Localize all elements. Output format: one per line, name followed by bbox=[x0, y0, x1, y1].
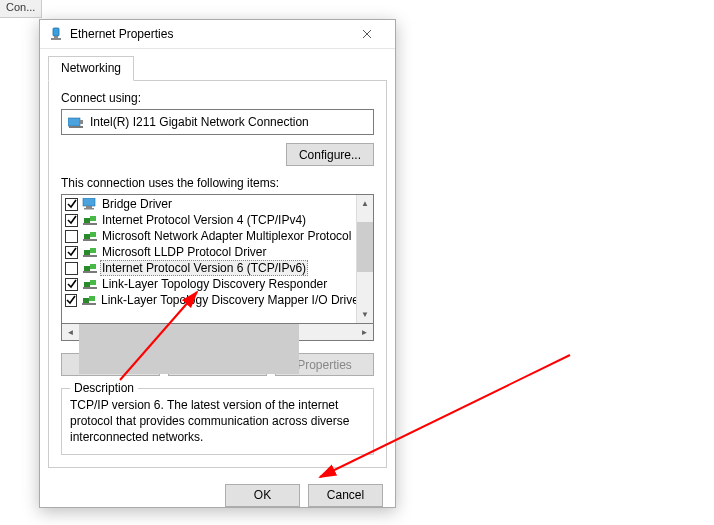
list-item[interactable]: Link-Layer Topology Discovery Responder bbox=[63, 276, 355, 292]
tabstrip: Networking bbox=[40, 49, 395, 80]
monitor-icon bbox=[82, 198, 98, 210]
svg-rect-12 bbox=[84, 234, 90, 239]
description-label: Description bbox=[70, 381, 138, 395]
svg-rect-11 bbox=[83, 223, 97, 225]
hscroll-thumb[interactable] bbox=[79, 324, 299, 374]
list-item[interactable]: Internet Protocol Version 6 (TCP/IPv6) bbox=[63, 260, 355, 276]
svg-rect-18 bbox=[84, 266, 90, 271]
description-text: TCP/IP version 6. The latest version of … bbox=[70, 397, 365, 446]
list-item-label: Microsoft LLDP Protocol Driver bbox=[102, 245, 267, 259]
svg-rect-10 bbox=[90, 216, 96, 221]
background-window-tab: Con... bbox=[0, 0, 42, 18]
checkbox[interactable] bbox=[65, 278, 78, 291]
list-item[interactable]: Internet Protocol Version 4 (TCP/IPv4) bbox=[63, 212, 355, 228]
network-protocol-icon bbox=[81, 294, 97, 306]
list-item[interactable]: Link-Layer Topology Discovery Mapper I/O… bbox=[63, 292, 355, 308]
svg-rect-23 bbox=[83, 287, 97, 289]
list-item-label: Internet Protocol Version 4 (TCP/IPv4) bbox=[102, 213, 306, 227]
network-protocol-icon bbox=[82, 230, 98, 242]
list-item-label: Bridge Driver bbox=[102, 197, 172, 211]
checkbox[interactable] bbox=[65, 198, 78, 211]
checkbox[interactable] bbox=[65, 262, 78, 275]
network-protocol-icon bbox=[82, 278, 98, 290]
svg-rect-15 bbox=[84, 250, 90, 255]
horizontal-scrollbar[interactable]: ◄ ► bbox=[61, 324, 374, 341]
vertical-scrollbar[interactable]: ▲ ▼ bbox=[356, 195, 373, 323]
svg-rect-24 bbox=[83, 298, 89, 303]
nic-icon bbox=[68, 114, 84, 130]
svg-rect-7 bbox=[86, 206, 92, 208]
svg-rect-8 bbox=[84, 208, 94, 210]
checkbox[interactable] bbox=[65, 294, 77, 307]
checkbox[interactable] bbox=[65, 214, 78, 227]
scroll-thumb[interactable] bbox=[357, 222, 373, 272]
tab-networking[interactable]: Networking bbox=[48, 56, 134, 81]
adapter-box: Intel(R) I211 Gigabit Network Connection bbox=[61, 109, 374, 135]
list-item[interactable]: Bridge Driver bbox=[63, 196, 355, 212]
titlebar: Ethernet Properties bbox=[40, 20, 395, 49]
dialog-title: Ethernet Properties bbox=[70, 27, 347, 41]
cancel-button[interactable]: Cancel bbox=[308, 484, 383, 507]
list-item[interactable]: Microsoft LLDP Protocol Driver bbox=[63, 244, 355, 260]
svg-rect-9 bbox=[84, 218, 90, 223]
svg-rect-6 bbox=[83, 198, 95, 206]
scroll-down-button[interactable]: ▼ bbox=[357, 306, 373, 323]
description-group: Description TCP/IP version 6. The latest… bbox=[61, 388, 374, 455]
list-item[interactable]: Microsoft Network Adapter Multiplexor Pr… bbox=[63, 228, 355, 244]
svg-rect-17 bbox=[83, 255, 97, 257]
items-listbox[interactable]: Bridge DriverInternet Protocol Version 4… bbox=[61, 194, 374, 324]
svg-rect-21 bbox=[84, 282, 90, 287]
svg-rect-1 bbox=[54, 36, 58, 38]
checkbox[interactable] bbox=[65, 246, 78, 259]
svg-rect-16 bbox=[90, 248, 96, 253]
tab-panel: Connect using: Intel(R) I211 Gigabit Net… bbox=[48, 80, 387, 468]
svg-rect-25 bbox=[89, 296, 95, 301]
svg-rect-19 bbox=[90, 264, 96, 269]
configure-button[interactable]: Configure... bbox=[286, 143, 374, 166]
svg-rect-4 bbox=[80, 120, 83, 124]
scroll-left-button[interactable]: ◄ bbox=[62, 324, 79, 340]
hscroll-track[interactable] bbox=[79, 324, 356, 340]
svg-rect-5 bbox=[69, 126, 83, 128]
svg-rect-26 bbox=[82, 303, 96, 305]
scroll-up-button[interactable]: ▲ bbox=[357, 195, 373, 212]
list-item-label: Link-Layer Topology Discovery Mapper I/O… bbox=[101, 293, 356, 307]
close-button[interactable] bbox=[347, 20, 387, 48]
scroll-right-button[interactable]: ► bbox=[356, 324, 373, 340]
ok-button[interactable]: OK bbox=[225, 484, 300, 507]
list-item-label: Internet Protocol Version 6 (TCP/IPv6) bbox=[100, 260, 308, 276]
adapter-name: Intel(R) I211 Gigabit Network Connection bbox=[90, 115, 309, 129]
svg-rect-20 bbox=[83, 271, 97, 273]
connect-using-label: Connect using: bbox=[61, 91, 374, 105]
items-label: This connection uses the following items… bbox=[61, 176, 374, 190]
svg-rect-14 bbox=[83, 239, 97, 241]
list-item-label: Microsoft Network Adapter Multiplexor Pr… bbox=[102, 229, 351, 243]
svg-rect-0 bbox=[53, 28, 59, 36]
checkbox[interactable] bbox=[65, 230, 78, 243]
svg-rect-3 bbox=[68, 118, 80, 126]
network-protocol-icon bbox=[82, 246, 98, 258]
svg-rect-22 bbox=[90, 280, 96, 285]
svg-rect-13 bbox=[90, 232, 96, 237]
network-protocol-icon bbox=[82, 262, 98, 274]
scroll-track[interactable] bbox=[357, 212, 373, 306]
list-item-label: Link-Layer Topology Discovery Responder bbox=[102, 277, 327, 291]
ethernet-icon bbox=[48, 26, 64, 42]
ethernet-properties-dialog: Ethernet Properties Networking Connect u… bbox=[39, 19, 396, 508]
svg-rect-2 bbox=[51, 38, 61, 40]
network-protocol-icon bbox=[82, 214, 98, 226]
